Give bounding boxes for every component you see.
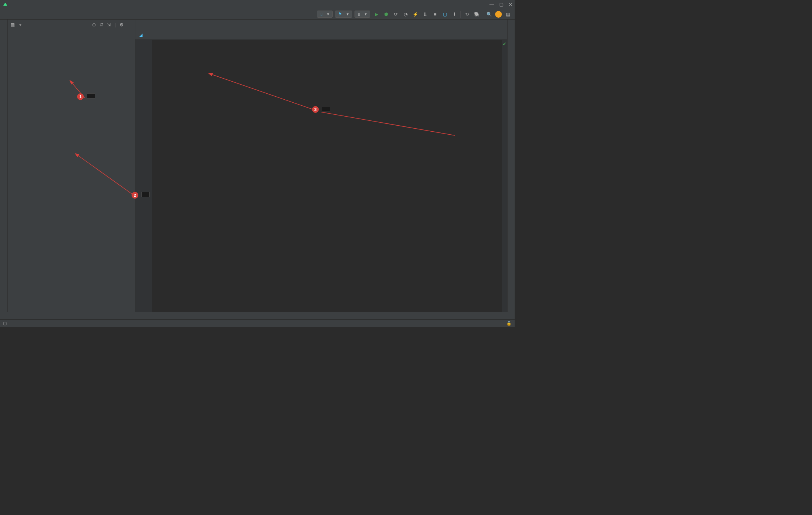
device-selector[interactable]: ▯ ▾ (317, 11, 333, 18)
run-config-selector[interactable]: ⚑ ▾ (335, 11, 352, 18)
annotation-3: 3 (312, 106, 330, 113)
phone-icon: ▯ (320, 12, 323, 17)
sdk-button[interactable]: ⬇ (451, 11, 458, 18)
flutter-commands-banner: ◢ (135, 30, 507, 40)
inspection-gutter: ✔ (502, 40, 507, 312)
line-gutter (135, 40, 152, 312)
editor-area: ◢ ✔ (135, 20, 507, 312)
code-editor[interactable]: ✔ (135, 40, 507, 312)
chevron-down-icon: ▾ (365, 12, 367, 17)
chevron-down-icon: ▾ (327, 12, 329, 17)
emulator-selector[interactable]: ▯ ▾ (354, 11, 370, 18)
bottom-toolbar (0, 312, 515, 319)
hide-panel-button[interactable]: — (127, 22, 132, 27)
close-button[interactable]: ✕ (509, 2, 512, 7)
left-tool-gutter (0, 20, 8, 312)
stop-button[interactable]: ■ (431, 11, 439, 18)
status-bar: ▢ 🔓 (0, 319, 515, 327)
annotation-badge: 2 (132, 192, 138, 199)
readonly-icon[interactable]: 🔓 (506, 321, 512, 326)
gear-icon[interactable]: ⚙ (120, 22, 124, 27)
annotation-1: 1 (77, 93, 95, 100)
code-content[interactable] (152, 40, 502, 312)
flutter-icon: ⚑ (338, 12, 342, 17)
annotation-2: 2 (132, 192, 150, 199)
project-icon: ▦ (11, 22, 15, 27)
settings-icon[interactable]: ▤ (504, 11, 512, 18)
attach-button[interactable]: ⇊ (421, 11, 429, 18)
select-opened-button[interactable]: ⊙ (92, 22, 96, 27)
annotation-badge: 3 (312, 106, 319, 113)
annotation-text (322, 106, 330, 111)
profile-button[interactable]: ◔ (402, 11, 409, 18)
navigation-bar: ▯ ▾ ⚑ ▾ ▯ ▾ ▶ ⬢ ⟳ ◔ ⚡ ⇊ ■ ▢ ⬇ ⟲ 🐘 🔍 ▤ (0, 9, 515, 20)
hot-reload-button[interactable]: ⚡ (412, 11, 419, 18)
expand-button[interactable]: ⇵ (100, 22, 103, 27)
window-controls: — ▢ ✕ (489, 2, 512, 7)
avd-button[interactable]: ▢ (441, 11, 448, 18)
search-button[interactable]: 🔍 (485, 11, 493, 18)
minimize-button[interactable]: — (489, 2, 494, 7)
user-avatar[interactable] (495, 11, 502, 18)
annotation-text (87, 93, 95, 99)
frameworks-icon: ▢ (3, 321, 7, 326)
maximize-button[interactable]: ▢ (499, 2, 503, 7)
check-icon: ✔ (502, 40, 507, 48)
titlebar: — ▢ ✕ (0, 0, 515, 9)
chevron-down-icon[interactable]: ▾ (19, 22, 21, 27)
editor-tabs (135, 20, 507, 30)
app-logo-icon (2, 2, 8, 8)
phone-icon: ▯ (358, 12, 360, 17)
annotation-badge: 1 (77, 93, 84, 100)
sync-button[interactable]: ⟲ (463, 11, 471, 18)
right-tool-gutter (507, 20, 515, 312)
debug-button[interactable]: ⬢ (382, 11, 390, 18)
project-panel: ▦ ▾ ⊙ ⇵ ⇲ | ⚙ — (8, 20, 135, 312)
flutter-icon: ◢ (139, 32, 142, 38)
chevron-down-icon: ▾ (347, 12, 349, 17)
run-button[interactable]: ▶ (373, 11, 380, 18)
annotation-text (141, 192, 150, 197)
collapse-button[interactable]: ⇲ (107, 22, 111, 27)
elephant-icon[interactable]: 🐘 (473, 11, 480, 18)
project-tree (8, 30, 135, 312)
coverage-button[interactable]: ⟳ (392, 11, 400, 18)
